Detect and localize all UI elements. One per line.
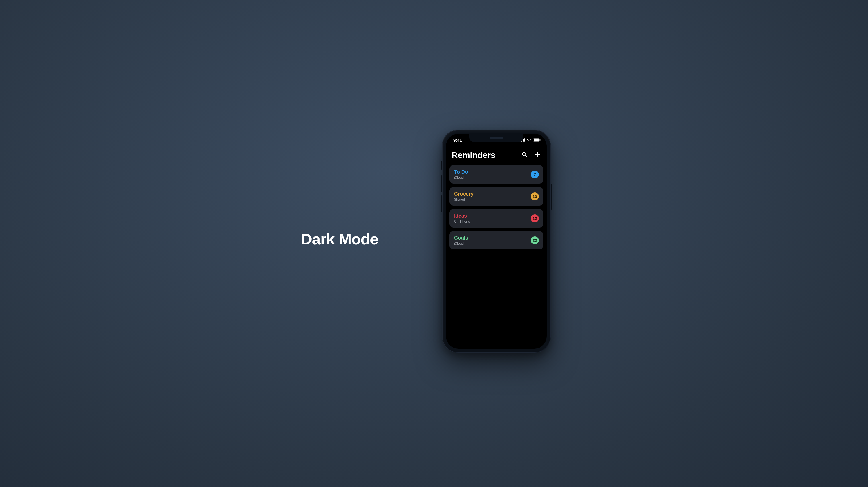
list-subtitle: iCloud xyxy=(454,241,468,246)
status-time: 9:41 xyxy=(453,138,462,143)
wifi-icon xyxy=(527,138,531,142)
svg-rect-6 xyxy=(540,139,540,141)
app-title: Reminders xyxy=(452,150,495,160)
list-subtitle: iCloud xyxy=(454,176,468,180)
list-title: Ideas xyxy=(454,213,470,219)
count-badge: 15 xyxy=(531,193,539,200)
list-subtitle: On iPhone xyxy=(454,220,470,224)
phone-silence-switch xyxy=(441,161,442,170)
plus-icon xyxy=(535,152,540,159)
svg-rect-5 xyxy=(534,139,539,141)
list-text: Grocery Shared xyxy=(454,191,473,202)
svg-line-8 xyxy=(525,155,527,157)
svg-rect-2 xyxy=(523,139,524,142)
list-text: Ideas On iPhone xyxy=(454,213,470,224)
phone-speaker xyxy=(490,137,503,139)
app-header: Reminders xyxy=(446,146,547,163)
list-title: Grocery xyxy=(454,191,473,197)
list-text: Goals iCloud xyxy=(454,235,468,246)
phone-notch xyxy=(469,134,523,142)
feature-caption: Dark Mode xyxy=(301,230,378,248)
search-button[interactable] xyxy=(521,152,528,159)
search-icon xyxy=(522,152,527,159)
phone-mockup: 9:41 xyxy=(442,130,551,353)
phone-power-button xyxy=(551,184,552,209)
svg-rect-3 xyxy=(524,138,525,142)
phone-volume-down xyxy=(441,195,442,212)
battery-icon xyxy=(533,138,540,142)
count-badge: 12 xyxy=(531,214,539,222)
count-badge: 22 xyxy=(531,236,539,245)
list-title: Goals xyxy=(454,235,468,241)
header-actions xyxy=(521,152,541,159)
list-subtitle: Shared xyxy=(454,198,473,202)
list-text: To Do iCloud xyxy=(454,169,468,180)
list-title: To Do xyxy=(454,169,468,175)
list-card-grocery[interactable]: Grocery Shared 15 xyxy=(450,187,544,206)
phone-volume-up xyxy=(441,175,442,192)
promo-stage: Dark Mode 9:41 xyxy=(217,122,651,365)
add-button[interactable] xyxy=(534,152,541,159)
phone-screen: 9:41 xyxy=(446,134,547,349)
list-card-goals[interactable]: Goals iCloud 22 xyxy=(450,231,544,250)
reminder-lists: To Do iCloud 7 Grocery Shared 15 Ideas xyxy=(446,163,547,250)
list-card-ideas[interactable]: Ideas On iPhone 12 xyxy=(450,209,544,228)
count-badge: 7 xyxy=(531,171,539,178)
list-card-todo[interactable]: To Do iCloud 7 xyxy=(450,165,544,183)
